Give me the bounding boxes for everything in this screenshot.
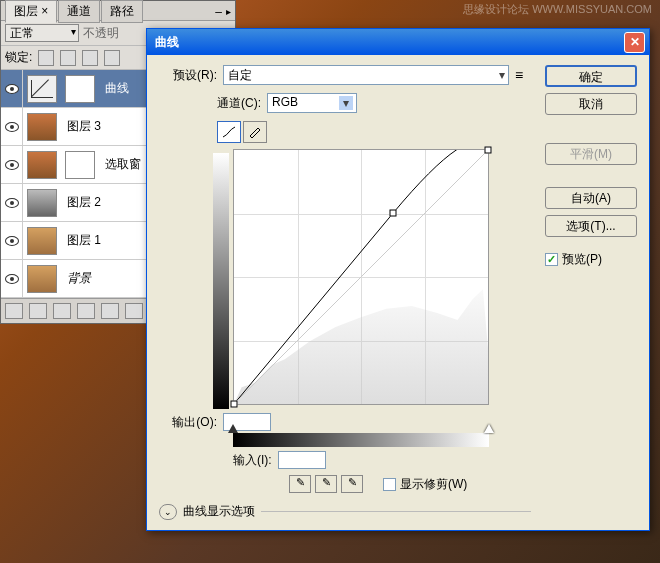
visibility-toggle[interactable] [1,222,23,259]
svg-line-0 [234,150,488,404]
layer-thumb[interactable] [27,113,57,141]
curve-point[interactable] [231,401,238,408]
layer-name[interactable]: 曲线 [105,80,129,97]
curves-dialog: 曲线 ✕ 预设(R): 自定 通道(C): RGB [146,28,650,531]
clip-label: 显示修剪(W) [400,476,467,493]
white-point-slider[interactable] [484,424,494,433]
curve-tools [217,121,531,143]
dialog-main: 预设(R): 自定 通道(C): RGB [159,65,531,520]
tab-channels[interactable]: 通道 [58,0,100,23]
dialog-title: 曲线 [155,34,624,51]
eyedropper-white[interactable]: ✎ [341,475,363,493]
visibility-toggle[interactable] [1,184,23,221]
layer-thumb[interactable] [27,75,57,103]
curves-icon [31,80,53,98]
layer-thumb[interactable] [27,189,57,217]
preview-label: 预览(P) [562,251,602,268]
add-mask-icon[interactable] [53,303,71,319]
eye-icon [5,84,19,94]
layer-name[interactable]: 背景 [67,270,91,287]
input-gradient [233,433,489,447]
visibility-toggle[interactable] [1,70,23,107]
channel-row: 通道(C): RGB [217,93,531,113]
dialog-titlebar[interactable]: 曲线 ✕ [147,29,649,55]
eye-icon [5,236,19,246]
input-row: 输入(I): [233,451,531,469]
input-label: 输入(I): [233,452,272,469]
panel-tab-bar: 图层 × 通道 路径 – ▸ [1,1,235,21]
eyedropper-gray[interactable]: ✎ [315,475,337,493]
preset-row: 预设(R): 自定 [159,65,531,85]
curve-graph[interactable] [233,149,489,405]
opacity-label: 不透明 [83,25,119,42]
lock-label: 锁定: [5,49,32,66]
black-point-slider[interactable] [228,424,238,433]
curve-area [213,149,531,409]
curve-line [234,150,488,404]
layer-name[interactable]: 选取窗 [105,156,141,173]
preset-menu-icon[interactable] [515,67,531,83]
eye-icon [5,122,19,132]
expand-options-row: ⌄ 曲线显示选项 [159,503,531,520]
pencil-icon [248,126,262,138]
lock-transparency-icon[interactable] [38,50,54,66]
eyedropper-row: ✎ ✎ ✎ 显示修剪(W) [289,475,531,493]
curve-point[interactable] [485,147,492,154]
lock-all-icon[interactable] [104,50,120,66]
curve-point[interactable] [390,209,397,216]
curve-tool-pencil[interactable] [243,121,267,143]
layer-thumb[interactable] [27,151,57,179]
dialog-body: 预设(R): 自定 通道(C): RGB [147,55,649,530]
input-input[interactable] [278,451,326,469]
expand-label: 曲线显示选项 [183,503,255,520]
options-button[interactable]: 选项(T)... [545,215,637,237]
preset-label: 预设(R): [159,67,217,84]
lock-position-icon[interactable] [82,50,98,66]
output-gradient [213,153,229,409]
eyedropper-black[interactable]: ✎ [289,475,311,493]
watermark-text: 思缘设计论坛 WWW.MISSYUAN.COM [463,2,652,17]
preview-check[interactable]: 预览(P) [545,251,637,268]
dialog-buttons: 确定 取消 平滑(M) 自动(A) 选项(T)... 预览(P) [545,65,637,520]
layer-name[interactable]: 图层 3 [67,118,101,135]
auto-button[interactable]: 自动(A) [545,187,637,209]
expand-button[interactable]: ⌄ [159,504,177,520]
close-button[interactable]: ✕ [624,32,645,53]
eye-icon [5,198,19,208]
mask-thumb[interactable] [65,151,95,179]
ok-button[interactable]: 确定 [545,65,637,87]
output-row: 输出(O): [159,413,531,431]
tab-layers[interactable]: 图层 × [5,0,57,23]
smooth-button[interactable]: 平滑(M) [545,143,637,165]
curve-tool-point[interactable] [217,121,241,143]
blend-mode-select[interactable]: 正常 [5,24,79,42]
new-group-icon[interactable] [101,303,119,319]
visibility-toggle[interactable] [1,260,23,297]
preset-select[interactable]: 自定 [223,65,509,85]
cancel-button[interactable]: 取消 [545,93,637,115]
layer-thumb[interactable] [27,265,57,293]
layer-thumb[interactable] [27,227,57,255]
channel-select[interactable]: RGB [267,93,357,113]
output-label: 输出(O): [159,414,217,431]
eye-icon [5,160,19,170]
eye-icon [5,274,19,284]
divider [261,511,531,512]
tab-paths[interactable]: 路径 [101,0,143,23]
panel-menu-icon[interactable]: ▸ [226,6,231,17]
visibility-toggle[interactable] [1,108,23,145]
link-layers-icon[interactable] [5,303,23,319]
adjustment-layer-icon[interactable] [77,303,95,319]
fx-icon[interactable] [29,303,47,319]
layer-name[interactable]: 图层 1 [67,232,101,249]
checkbox-icon [383,478,396,491]
new-layer-icon[interactable] [125,303,143,319]
layer-name[interactable]: 图层 2 [67,194,101,211]
mask-thumb[interactable] [65,75,95,103]
panel-collapse-icon[interactable]: – [215,5,222,19]
curve-point-icon [222,126,236,138]
lock-pixels-icon[interactable] [60,50,76,66]
channel-label: 通道(C): [217,95,261,112]
visibility-toggle[interactable] [1,146,23,183]
show-clipping-check[interactable]: 显示修剪(W) [383,476,467,493]
